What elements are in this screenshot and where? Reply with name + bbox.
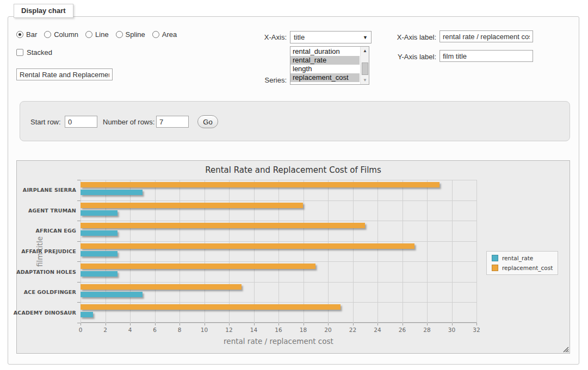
num-rows-label: Number of rows:	[103, 118, 154, 126]
scroll-up-icon[interactable]: ▲	[361, 47, 369, 55]
stacked-label: Stacked	[27, 48, 52, 57]
x-tick-label: 0	[70, 327, 91, 333]
replacement_cost-bar	[81, 182, 440, 187]
x-tick-label: 30	[441, 327, 463, 333]
gridline	[452, 180, 453, 323]
y-axis-label-input[interactable]	[440, 50, 533, 62]
rows-panel: Start row: Number of rows: Go	[20, 101, 570, 141]
x-tick-label: 16	[268, 327, 289, 333]
scrollbar-thumb[interactable]	[362, 62, 368, 75]
series-caption: Series:	[239, 76, 287, 84]
x-tick-label: 22	[342, 327, 364, 333]
gridline	[81, 200, 476, 201]
x-tick-label: 2	[95, 327, 116, 333]
legend-swatch-icon	[492, 265, 498, 271]
chart-container: Rental Rate and Replacement Cost of Film…	[16, 160, 570, 354]
gridline	[81, 302, 476, 303]
gridline	[254, 180, 255, 323]
stacked-checkbox[interactable]	[16, 49, 23, 56]
chart-legend: rental_ratereplacement_cost	[486, 251, 558, 275]
gridline	[81, 221, 476, 221]
x-tick-label: 28	[416, 327, 438, 333]
gridline	[377, 180, 378, 323]
gridline	[353, 180, 354, 323]
category-label: AIRPLANE SIERRA	[17, 180, 76, 200]
radio-icon[interactable]	[44, 31, 51, 38]
rental_rate-bar	[81, 292, 143, 297]
gridline	[403, 180, 403, 323]
gridline	[130, 180, 131, 323]
radio-icon[interactable]	[16, 31, 23, 38]
x-tick-label: 8	[169, 327, 190, 333]
scroll-down-icon[interactable]: ▼	[361, 76, 369, 84]
series-listbox[interactable]: rental_durationrental_ratelengthreplacem…	[290, 46, 369, 85]
replacement_cost-bar	[81, 304, 341, 310]
radio-label: Bar	[26, 30, 37, 39]
rental_rate-bar	[81, 210, 117, 216]
chart-type-radio-group: BarColumnLineSplineArea	[16, 30, 177, 39]
start-row-input[interactable]	[65, 116, 97, 128]
gridline	[278, 180, 279, 323]
gridline	[81, 282, 476, 283]
radio-icon[interactable]	[116, 31, 123, 38]
series-option-rental_duration[interactable]: rental_duration	[290, 47, 360, 56]
series-option-replacement_cost[interactable]: replacement_cost	[290, 73, 360, 82]
gridline	[81, 241, 476, 242]
x-axis-label-input[interactable]	[440, 30, 533, 42]
gridline	[328, 180, 329, 323]
stacked-option[interactable]: Stacked	[16, 48, 52, 57]
fieldset-legend-title: Display chart	[14, 4, 73, 18]
page: Display chart BarColumnLineSplineArea St…	[0, 0, 588, 370]
y-axis-label-caption: Y-Axis label:	[386, 53, 436, 61]
y-tick-mark	[77, 323, 81, 323]
radio-label: Area	[162, 30, 177, 39]
legend-label: replacement_cost	[502, 265, 553, 271]
go-button[interactable]: Go	[197, 115, 218, 128]
category-label: ACE GOLDFINGER	[17, 282, 76, 303]
replacement_cost-bar	[81, 203, 303, 208]
start-row-label: Start row:	[30, 118, 61, 126]
gridline	[476, 180, 477, 323]
chart-type-option-bar[interactable]: Bar	[16, 30, 37, 39]
radio-icon[interactable]	[152, 31, 159, 38]
gridline	[229, 180, 230, 323]
y-tick-mark	[77, 200, 81, 201]
radio-icon[interactable]	[85, 31, 92, 38]
chart-type-option-line[interactable]: Line	[85, 30, 109, 39]
chart-type-option-area[interactable]: Area	[152, 30, 177, 39]
gridline	[81, 323, 476, 323]
series-option-length[interactable]: length	[290, 65, 360, 73]
x-tick-label: 10	[194, 327, 215, 333]
replacement_cost-bar	[81, 264, 315, 269]
y-tick-mark	[77, 241, 81, 242]
legend-label: rental_rate	[502, 255, 533, 261]
x-axis-title: rental rate / replacement cost	[81, 337, 476, 346]
gridline	[427, 180, 428, 323]
replacement_cost-bar	[81, 223, 365, 228]
x-tick-label: 12	[218, 327, 240, 333]
legend-item-replacement_cost: replacement_cost	[492, 265, 553, 271]
legend-item-rental_rate: rental_rate	[492, 255, 553, 261]
x-tick-label: 6	[144, 327, 166, 333]
chart-type-option-column[interactable]: Column	[44, 30, 78, 39]
chart-type-option-spline[interactable]: Spline	[116, 30, 145, 39]
category-label: ACADEMY DINOSAUR	[17, 302, 76, 323]
y-tick-mark	[77, 221, 81, 221]
chart-title-input[interactable]	[16, 68, 113, 80]
plot-area	[81, 180, 476, 323]
x-tick-label: 4	[119, 327, 141, 333]
gridline	[81, 261, 476, 262]
series-options: rental_durationrental_ratelengthreplacem…	[290, 47, 360, 82]
listbox-scrollbar[interactable]: ▲ ▼	[360, 47, 369, 84]
x-axis-select[interactable]: title ▼	[290, 31, 372, 43]
x-tick-label: 14	[243, 327, 265, 333]
resize-handle-icon[interactable]	[562, 346, 569, 353]
series-option-rental_rate[interactable]: rental_rate	[290, 56, 360, 65]
gridline	[180, 180, 180, 323]
category-label: AFRICAN EGG	[17, 221, 76, 241]
x-tick-label: 20	[317, 327, 339, 333]
y-tick-mark	[77, 180, 81, 180]
num-rows-input[interactable]	[156, 116, 189, 128]
category-label: AFFAIR PREJUDICE	[17, 241, 76, 262]
replacement_cost-bar	[81, 284, 242, 290]
